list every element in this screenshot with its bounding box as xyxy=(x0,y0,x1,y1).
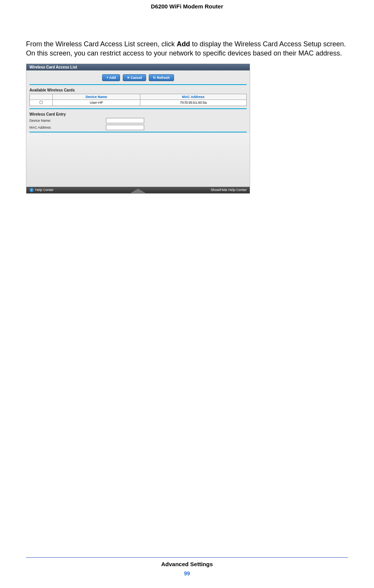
device-name-input[interactable] xyxy=(106,118,144,123)
entry-row-device-name: Device Name: xyxy=(26,117,250,124)
window-titlebar: Wireless Card Access List xyxy=(26,64,250,70)
page-header-title: D6200 WiFi Modem Router xyxy=(0,0,374,10)
cancel-button[interactable]: ✕Cancel xyxy=(123,74,146,81)
divider xyxy=(29,84,247,85)
table-row[interactable]: User-HP 70:f3:95:b1:60:5a xyxy=(30,100,247,106)
chevron-up-icon[interactable] xyxy=(130,189,146,193)
help-icon: ? xyxy=(29,188,34,192)
add-button-label: Add xyxy=(109,76,116,80)
table-header-mac-address: MAC Address xyxy=(140,94,246,100)
table-header-select xyxy=(30,94,53,100)
page-content: From the Wireless Card Access List scree… xyxy=(0,39,374,194)
help-center-label: Help Center xyxy=(35,188,54,192)
router-ui-screenshot: Wireless Card Access List +Add ✕Cancel ↻… xyxy=(26,64,250,194)
para-bold: Add xyxy=(177,40,190,48)
row-mac-address: 70:f3:95:b1:60:5a xyxy=(140,100,246,106)
refresh-button-label: Refresh xyxy=(157,76,170,80)
toolbar: +Add ✕Cancel ↻Refresh xyxy=(26,70,250,83)
page-footer: Advanced Settings 99 xyxy=(26,557,348,577)
help-footer: ? Help Center Show/Hide Help Center xyxy=(26,187,250,193)
device-name-label: Device Name: xyxy=(29,119,106,122)
table-header-row: Device Name MAC Address xyxy=(30,94,247,100)
row-radio-cell[interactable] xyxy=(30,100,53,106)
entry-row-mac-address: MAC Address: xyxy=(26,124,250,131)
add-button[interactable]: +Add xyxy=(102,74,120,81)
footer-page-number: 99 xyxy=(26,570,348,577)
empty-area xyxy=(26,133,250,187)
instruction-paragraph: From the Wireless Card Access List scree… xyxy=(26,39,348,58)
row-device-name: User-HP xyxy=(53,100,140,106)
mac-address-input[interactable] xyxy=(106,125,144,130)
show-hide-help-link[interactable]: Show/Hide Help Center xyxy=(211,188,247,192)
x-icon: ✕ xyxy=(127,76,130,80)
cancel-button-label: Cancel xyxy=(131,76,142,80)
footer-section-title: Advanced Settings xyxy=(26,561,348,567)
card-entry-heading: Wireless Card Entry xyxy=(26,110,250,117)
table-header-device-name: Device Name xyxy=(53,94,140,100)
available-cards-table: Device Name MAC Address User-HP 70:f3:95… xyxy=(29,94,247,106)
refresh-button[interactable]: ↻Refresh xyxy=(149,74,174,81)
divider xyxy=(29,108,247,109)
refresh-icon: ↻ xyxy=(153,76,156,80)
mac-address-label: MAC Address: xyxy=(29,126,106,129)
divider xyxy=(29,132,247,132)
radio-icon[interactable] xyxy=(39,101,43,104)
para-pre: From the Wireless Card Access List scree… xyxy=(26,40,177,48)
available-cards-heading: Available Wireless Cards xyxy=(26,86,250,93)
help-center-link[interactable]: ? Help Center xyxy=(29,188,54,192)
plus-icon: + xyxy=(106,76,108,80)
footer-rule xyxy=(26,557,348,558)
